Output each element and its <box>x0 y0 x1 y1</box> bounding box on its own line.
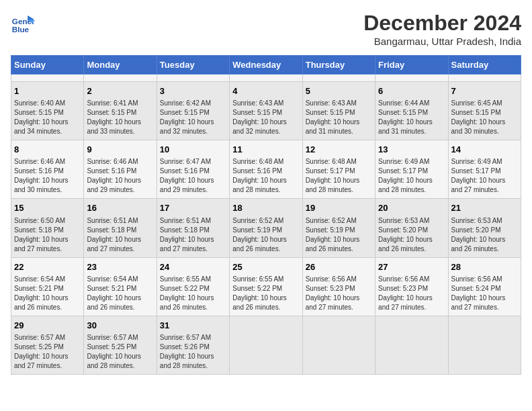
calendar-cell: 28Sunrise: 6:56 AM Sunset: 5:24 PM Dayli… <box>448 257 521 316</box>
calendar-cell: 14Sunrise: 6:49 AM Sunset: 5:17 PM Dayli… <box>448 140 521 199</box>
calendar-cell <box>84 75 157 82</box>
day-info: Sunrise: 6:56 AM Sunset: 5:23 PM Dayligh… <box>306 275 372 312</box>
subtitle: Bangarmau, Uttar Pradesh, India <box>363 36 521 47</box>
day-number: 22 <box>14 261 81 273</box>
header-cell-saturday: Saturday <box>448 56 521 75</box>
calendar-cell: 2Sunrise: 6:41 AM Sunset: 5:15 PM Daylig… <box>84 82 157 140</box>
calendar-cell: 1Sunrise: 6:40 AM Sunset: 5:15 PM Daylig… <box>11 82 84 140</box>
day-number: 16 <box>87 202 153 214</box>
day-number: 30 <box>87 320 153 332</box>
calendar-week-2: 8Sunrise: 6:46 AM Sunset: 5:16 PM Daylig… <box>11 140 521 199</box>
calendar-cell: 3Sunrise: 6:42 AM Sunset: 5:15 PM Daylig… <box>157 82 229 140</box>
day-number: 11 <box>232 144 299 156</box>
header-cell-sunday: Sunday <box>11 56 84 75</box>
day-number: 13 <box>378 144 445 156</box>
day-number: 21 <box>451 202 518 214</box>
day-info: Sunrise: 6:44 AM Sunset: 5:15 PM Dayligh… <box>378 99 445 136</box>
logo-icon: General Blue <box>11 11 35 35</box>
calendar-cell <box>375 75 448 82</box>
day-info: Sunrise: 6:54 AM Sunset: 5:21 PM Dayligh… <box>14 275 81 312</box>
calendar-cell: 23Sunrise: 6:54 AM Sunset: 5:21 PM Dayli… <box>84 257 157 316</box>
calendar-cell <box>230 75 302 82</box>
day-info: Sunrise: 6:50 AM Sunset: 5:18 PM Dayligh… <box>14 216 81 254</box>
day-number: 8 <box>14 144 81 156</box>
day-info: Sunrise: 6:52 AM Sunset: 5:19 PM Dayligh… <box>306 216 372 254</box>
calendar-cell: 19Sunrise: 6:52 AM Sunset: 5:19 PM Dayli… <box>302 199 375 257</box>
header-cell-monday: Monday <box>84 56 157 75</box>
calendar-cell: 18Sunrise: 6:52 AM Sunset: 5:19 PM Dayli… <box>230 199 302 257</box>
day-number: 2 <box>87 85 153 97</box>
calendar-cell <box>302 75 375 82</box>
calendar-cell: 25Sunrise: 6:55 AM Sunset: 5:22 PM Dayli… <box>230 257 302 316</box>
day-info: Sunrise: 6:54 AM Sunset: 5:21 PM Dayligh… <box>87 275 153 312</box>
main-title: December 2024 <box>363 11 521 36</box>
calendar-cell: 6Sunrise: 6:44 AM Sunset: 5:15 PM Daylig… <box>375 82 448 140</box>
day-number: 10 <box>160 144 226 156</box>
day-info: Sunrise: 6:56 AM Sunset: 5:23 PM Dayligh… <box>378 275 445 312</box>
calendar-cell: 27Sunrise: 6:56 AM Sunset: 5:23 PM Dayli… <box>375 257 448 316</box>
day-info: Sunrise: 6:48 AM Sunset: 5:17 PM Dayligh… <box>306 157 372 195</box>
calendar-cell: 26Sunrise: 6:56 AM Sunset: 5:23 PM Dayli… <box>302 257 375 316</box>
day-number: 25 <box>232 261 299 273</box>
day-info: Sunrise: 6:48 AM Sunset: 5:16 PM Dayligh… <box>232 157 299 195</box>
day-info: Sunrise: 6:53 AM Sunset: 5:20 PM Dayligh… <box>378 216 445 254</box>
day-info: Sunrise: 6:46 AM Sunset: 5:16 PM Dayligh… <box>87 157 153 195</box>
calendar-cell <box>302 316 375 374</box>
day-number: 20 <box>378 202 445 214</box>
svg-text:Blue: Blue <box>12 25 30 34</box>
day-number: 4 <box>232 85 299 97</box>
calendar-cell <box>230 316 302 374</box>
calendar-week-5: 29Sunrise: 6:57 AM Sunset: 5:25 PM Dayli… <box>11 316 521 374</box>
calendar-cell <box>448 75 521 82</box>
day-info: Sunrise: 6:55 AM Sunset: 5:22 PM Dayligh… <box>232 275 299 312</box>
calendar-header: SundayMondayTuesdayWednesdayThursdayFrid… <box>11 56 521 75</box>
day-number: 17 <box>160 202 226 214</box>
header-row: SundayMondayTuesdayWednesdayThursdayFrid… <box>11 56 521 75</box>
day-number: 5 <box>306 85 372 97</box>
day-info: Sunrise: 6:57 AM Sunset: 5:25 PM Dayligh… <box>14 333 81 371</box>
calendar-body: 1Sunrise: 6:40 AM Sunset: 5:15 PM Daylig… <box>11 75 521 375</box>
day-info: Sunrise: 6:53 AM Sunset: 5:20 PM Dayligh… <box>451 216 518 254</box>
calendar-week-3: 15Sunrise: 6:50 AM Sunset: 5:18 PM Dayli… <box>11 199 521 257</box>
calendar-cell: 12Sunrise: 6:48 AM Sunset: 5:17 PM Dayli… <box>302 140 375 199</box>
day-info: Sunrise: 6:43 AM Sunset: 5:15 PM Dayligh… <box>232 99 299 136</box>
calendar-cell: 4Sunrise: 6:43 AM Sunset: 5:15 PM Daylig… <box>230 82 302 140</box>
day-info: Sunrise: 6:56 AM Sunset: 5:24 PM Dayligh… <box>451 275 518 312</box>
calendar-cell <box>11 75 84 82</box>
calendar-cell: 29Sunrise: 6:57 AM Sunset: 5:25 PM Dayli… <box>11 316 84 374</box>
calendar-cell: 24Sunrise: 6:55 AM Sunset: 5:22 PM Dayli… <box>157 257 229 316</box>
calendar-cell: 30Sunrise: 6:57 AM Sunset: 5:25 PM Dayli… <box>84 316 157 374</box>
title-block: December 2024 Bangarmau, Uttar Pradesh, … <box>363 11 521 47</box>
logo: General Blue <box>11 11 35 35</box>
calendar-cell: 22Sunrise: 6:54 AM Sunset: 5:21 PM Dayli… <box>11 257 84 316</box>
calendar-cell: 17Sunrise: 6:51 AM Sunset: 5:18 PM Dayli… <box>157 199 229 257</box>
day-number: 31 <box>160 320 226 332</box>
calendar-cell <box>448 316 521 374</box>
day-number: 6 <box>378 85 445 97</box>
day-number: 29 <box>14 320 81 332</box>
header-cell-thursday: Thursday <box>302 56 375 75</box>
day-info: Sunrise: 6:51 AM Sunset: 5:18 PM Dayligh… <box>160 216 226 254</box>
day-number: 1 <box>14 85 81 97</box>
day-info: Sunrise: 6:47 AM Sunset: 5:16 PM Dayligh… <box>160 157 226 195</box>
day-number: 23 <box>87 261 153 273</box>
day-info: Sunrise: 6:52 AM Sunset: 5:19 PM Dayligh… <box>232 216 299 254</box>
header-cell-tuesday: Tuesday <box>157 56 229 75</box>
calendar-cell <box>375 316 448 374</box>
calendar-week-1: 1Sunrise: 6:40 AM Sunset: 5:15 PM Daylig… <box>11 82 521 140</box>
calendar-cell: 9Sunrise: 6:46 AM Sunset: 5:16 PM Daylig… <box>84 140 157 199</box>
day-number: 7 <box>451 85 518 97</box>
day-info: Sunrise: 6:57 AM Sunset: 5:25 PM Dayligh… <box>87 333 153 371</box>
calendar-cell: 16Sunrise: 6:51 AM Sunset: 5:18 PM Dayli… <box>84 199 157 257</box>
calendar-cell: 5Sunrise: 6:43 AM Sunset: 5:15 PM Daylig… <box>302 82 375 140</box>
day-number: 12 <box>306 144 372 156</box>
day-number: 3 <box>160 85 226 97</box>
calendar-cell: 7Sunrise: 6:45 AM Sunset: 5:15 PM Daylig… <box>448 82 521 140</box>
calendar-table: SundayMondayTuesdayWednesdayThursdayFrid… <box>11 55 521 375</box>
day-number: 24 <box>160 261 226 273</box>
day-number: 28 <box>451 261 518 273</box>
day-info: Sunrise: 6:43 AM Sunset: 5:15 PM Dayligh… <box>306 99 372 136</box>
day-number: 9 <box>87 144 153 156</box>
day-number: 15 <box>14 202 81 214</box>
calendar-cell: 8Sunrise: 6:46 AM Sunset: 5:16 PM Daylig… <box>11 140 84 199</box>
